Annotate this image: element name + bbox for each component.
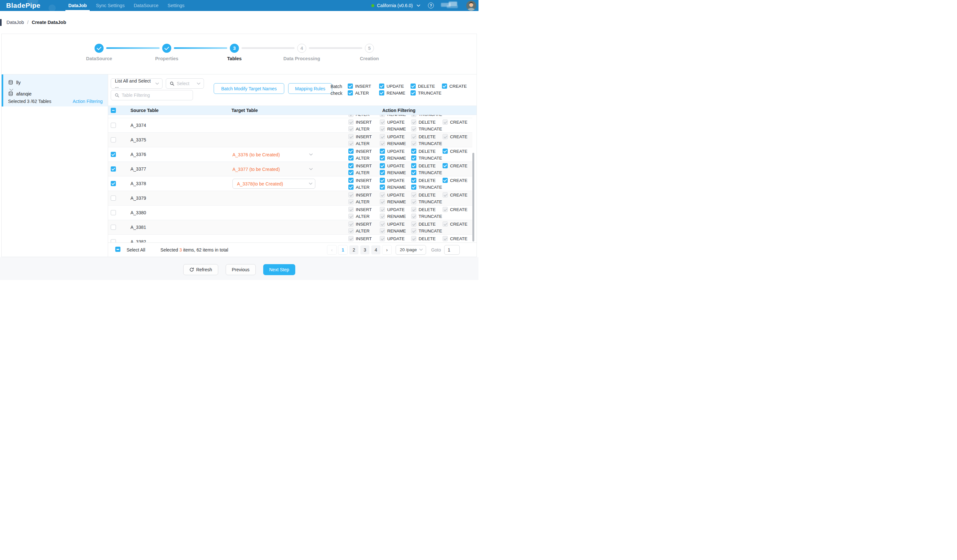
action-alter-label: ALTER [356, 115, 370, 117]
avatar[interactable] [466, 1, 476, 11]
goto-page-input[interactable] [444, 245, 460, 255]
action-rename-checkbox[interactable] [380, 155, 385, 161]
vertical-scrollbar-thumb[interactable] [472, 153, 474, 241]
action-delete-label: DELETE [418, 236, 436, 241]
row-select-checkbox[interactable] [111, 166, 116, 172]
batch-rename-checkbox[interactable] [379, 90, 384, 96]
action-update-item: UPDATE [380, 221, 405, 227]
source-table-cell: A_3374 [123, 118, 224, 133]
action-alter-checkbox[interactable] [348, 155, 354, 161]
list-mode-select[interactable]: List All and Select ... [111, 78, 163, 89]
batch-delete-checkbox[interactable] [411, 84, 416, 89]
mapping-rules-button[interactable]: Mapping Rules [288, 83, 332, 94]
action-delete-checkbox[interactable] [411, 163, 416, 168]
batch-truncate-checkbox[interactable] [411, 90, 416, 96]
action-update-checkbox[interactable] [380, 148, 385, 154]
region-selector[interactable]: California (v0.6.0) [377, 3, 413, 8]
app-logo[interactable]: BladePipe [6, 2, 54, 9]
action-create-checkbox[interactable] [442, 163, 448, 168]
action-alter-checkbox [348, 141, 354, 146]
row-select-checkbox[interactable] [111, 196, 116, 201]
table-search-select[interactable]: Select [166, 78, 204, 89]
action-alter-label: ALTER [356, 170, 370, 175]
action-truncate-checkbox[interactable] [411, 155, 416, 161]
batch-create-checkbox[interactable] [442, 84, 447, 89]
wizard-stepper: DataSourceProperties3Tables4Data Process… [2, 34, 477, 74]
row-select-checkbox[interactable] [111, 123, 116, 128]
action-create-item: CREATE [442, 236, 467, 241]
row-select-checkbox[interactable] [111, 239, 116, 243]
action-truncate-checkbox[interactable] [411, 170, 416, 175]
next-step-button[interactable]: Next Step [263, 264, 295, 275]
action-delete-checkbox[interactable] [411, 178, 416, 183]
username-redacted [441, 2, 459, 9]
action-rename-checkbox[interactable] [380, 185, 385, 190]
select-all-checkbox[interactable] [115, 247, 120, 252]
action-insert-item: INSERT [348, 221, 372, 227]
action-update-checkbox[interactable] [380, 178, 385, 183]
action-update-checkbox[interactable] [380, 163, 385, 168]
action-insert-checkbox[interactable] [348, 178, 354, 183]
action-delete-checkbox [411, 207, 416, 212]
select-all-label[interactable]: Select All [126, 247, 145, 252]
action-delete-label: DELETE [418, 222, 436, 227]
pagination-page-4[interactable]: 4 [371, 245, 381, 254]
nav-item-settings[interactable]: Settings [163, 0, 189, 11]
pagination-page-2[interactable]: 2 [349, 245, 358, 254]
batch-update-checkbox[interactable] [379, 84, 384, 89]
row-select-checkbox[interactable] [111, 137, 116, 142]
action-insert-label: INSERT [356, 164, 372, 168]
breadcrumb-current: Create DataJob [32, 20, 66, 25]
pagination-page-1[interactable]: 1 [338, 245, 347, 254]
row-select-checkbox[interactable] [111, 152, 116, 157]
pagination-page-3[interactable]: 3 [360, 245, 370, 254]
target-table-select[interactable]: A_3377 (to be Created) [232, 164, 315, 174]
action-insert-checkbox[interactable] [348, 163, 354, 168]
chevron-down-icon[interactable] [417, 5, 420, 7]
page-size-select[interactable]: 20 /page [396, 245, 426, 255]
refresh-button[interactable]: Refresh [183, 264, 218, 275]
target-table-select[interactable]: A_3376 (to be Created) [232, 150, 315, 159]
sidebar: lly afanqie Selected 3 /62 Tables Action… [2, 74, 108, 257]
action-create-checkbox[interactable] [442, 178, 448, 183]
action-insert-label: INSERT [356, 134, 372, 139]
action-update-label: UPDATE [387, 149, 405, 154]
chevron-down-icon [419, 249, 423, 251]
batch-alter-checkbox[interactable] [348, 90, 353, 96]
help-icon[interactable]: ? [428, 3, 434, 8]
step-label: Tables [208, 56, 260, 61]
action-alter-checkbox[interactable] [348, 170, 354, 175]
action-truncate-checkbox[interactable] [411, 185, 416, 190]
target-table-select[interactable]: A_3378(to be Created) [232, 179, 315, 189]
action-delete-checkbox[interactable] [411, 148, 416, 154]
action-rename-item: RENAME [380, 141, 406, 146]
action-alter-checkbox [348, 115, 354, 117]
row-select-checkbox[interactable] [111, 181, 116, 186]
select-all-checkbox[interactable] [111, 108, 116, 113]
batch-rename-item: RENAME [379, 90, 405, 96]
nav-item-sync-settings[interactable]: Sync Settings [91, 0, 129, 11]
table-row-a_3381: A_3381INSERTUPDATEDELETECREATEALTERRENAM… [108, 220, 472, 235]
breadcrumb-datajob[interactable]: DataJob [6, 20, 24, 25]
datasource-pair-item[interactable]: lly afanqie Selected 3 /62 Tables Action… [2, 74, 108, 107]
table-filter-input[interactable]: Table Filtering [111, 90, 193, 100]
database-icon [8, 80, 13, 85]
action-create-checkbox[interactable] [442, 148, 448, 154]
action-delete-item: DELETE [411, 163, 436, 168]
action-rename-checkbox [380, 141, 385, 146]
row-select-checkbox[interactable] [111, 210, 116, 215]
filter-placeholder: Table Filtering [122, 93, 150, 98]
action-insert-checkbox[interactable] [348, 148, 354, 154]
batch-modify-target-names-button[interactable]: Batch Modify Target Names [214, 83, 284, 94]
row-select-checkbox[interactable] [111, 225, 116, 230]
action-truncate-checkbox [411, 214, 416, 219]
bottom-action-bar: Refresh Previous Next Step [0, 257, 478, 280]
pagination-next[interactable]: › [382, 245, 392, 254]
nav-item-datajob[interactable]: DataJob [64, 0, 91, 11]
previous-button[interactable]: Previous [226, 264, 256, 275]
batch-insert-checkbox[interactable] [348, 84, 353, 89]
nav-item-datasource[interactable]: DataSource [129, 0, 163, 11]
action-filtering-link[interactable]: Action Filtering [73, 99, 103, 104]
action-alter-checkbox[interactable] [348, 185, 354, 190]
action-rename-checkbox[interactable] [380, 170, 385, 175]
